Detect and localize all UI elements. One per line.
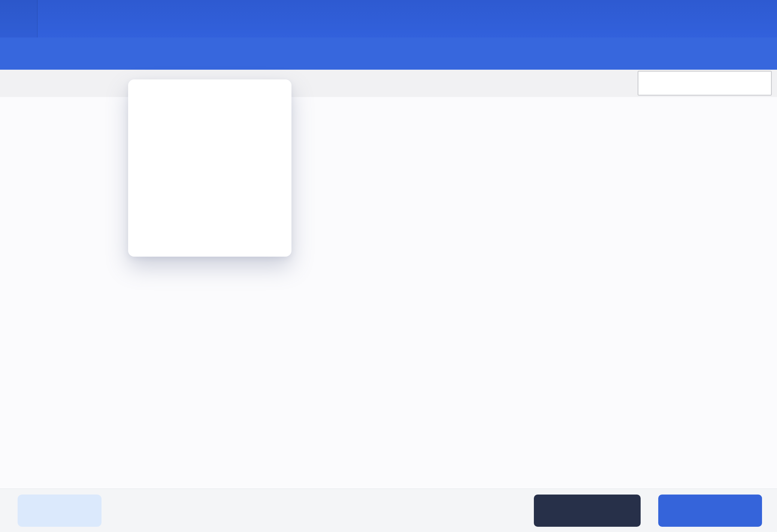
filter-bar (0, 70, 777, 97)
footer-bar (0, 489, 777, 532)
preview-button[interactable] (534, 495, 641, 527)
tab-bar (0, 37, 777, 70)
update-button[interactable] (658, 495, 762, 527)
popup-card-other-sites[interactable] (128, 79, 291, 257)
tabs-list (0, 37, 1, 70)
search-input[interactable] (644, 78, 766, 89)
tickers-dialog (0, 0, 777, 532)
app-logo (0, 0, 37, 37)
header (0, 0, 777, 37)
back-button[interactable] (18, 495, 102, 527)
search-box[interactable] (638, 71, 772, 96)
dialog-title (51, 0, 777, 37)
